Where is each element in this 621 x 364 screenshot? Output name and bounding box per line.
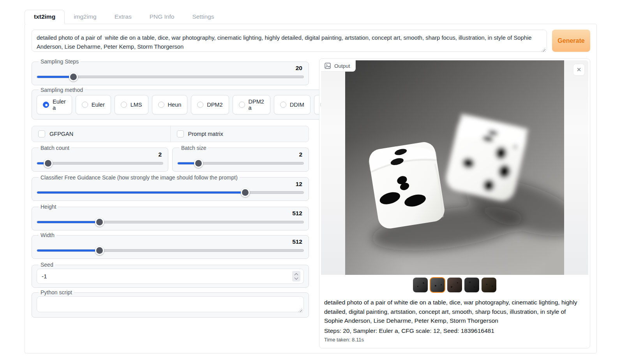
sampler-option-heun[interactable]: Heun [152, 95, 188, 114]
width-value: 512 [37, 238, 302, 245]
cfg-scale-value: 12 [37, 181, 302, 188]
generated-image[interactable] [345, 60, 564, 275]
tab-img2img[interactable]: img2img [65, 10, 106, 24]
sampler-options: Euler aEulerLMSHeunDPM2DPM2 aDDIMPLMS [37, 95, 351, 114]
gallery-thumbnails [321, 275, 588, 294]
sampling-method-group: Sampling method Euler aEulerLMSHeunDPM2D… [32, 87, 356, 120]
radio-icon [197, 102, 203, 108]
generate-button[interactable]: Generate [552, 30, 590, 52]
prompt-matrix-label: Prompt matrix [188, 131, 223, 137]
seed-input[interactable] [37, 269, 304, 284]
batch-size-group: Batch size 2 [172, 145, 309, 172]
sampler-option-label: Heun [168, 102, 182, 108]
txt2img-panel: detailed photo of a pair of white die on… [25, 24, 597, 353]
slider-handle[interactable] [241, 188, 250, 197]
spinner-down-icon[interactable] [295, 276, 298, 280]
gallery-thumbnail-4[interactable] [464, 278, 479, 292]
height-label: Height [39, 204, 58, 210]
sampling-method-label: Sampling method [39, 87, 85, 93]
slider-handle[interactable] [44, 159, 53, 168]
radio-icon [239, 102, 245, 108]
thumbnail-die [421, 280, 427, 286]
tab-txt2img[interactable]: txt2img [25, 10, 65, 24]
gfpgan-label: GFPGAN [49, 131, 73, 137]
cfg-scale-group: Classifier Free Guidance Scale (how stro… [32, 174, 309, 201]
python-script-label: Python script [39, 289, 74, 295]
batch-size-slider[interactable] [177, 158, 304, 168]
prompt-matrix-option[interactable]: Prompt matrix [170, 126, 309, 142]
sampler-option-euler-a[interactable]: Euler a [37, 95, 72, 114]
thumbnail-die [415, 283, 421, 289]
output-time-text: Time taken: 8.11s [324, 337, 585, 343]
gfpgan-checkbox[interactable] [38, 130, 45, 137]
settings-column: Sampling Steps 20 Sampling method Euler … [32, 58, 309, 318]
number-spinner[interactable] [292, 271, 300, 281]
close-button[interactable]: ✕ [573, 64, 584, 75]
cfg-scale-slider[interactable] [37, 188, 304, 197]
gallery-thumbnail-2[interactable] [430, 278, 445, 292]
batch-count-slider[interactable] [37, 158, 163, 168]
seed-group: Seed [32, 262, 309, 288]
thumbnail-die [448, 284, 455, 290]
sampler-option-dpm2-a[interactable]: DPM2 a [233, 95, 270, 114]
options-checkbox-row: GFPGAN Prompt matrix [32, 126, 309, 142]
python-script-group: Python script [32, 289, 309, 318]
gfpgan-option[interactable]: GFPGAN [32, 126, 170, 142]
close-icon: ✕ [577, 66, 582, 73]
seed-label: Seed [39, 262, 55, 268]
height-group: Height 512 [32, 204, 309, 230]
output-image-area: Output ✕ [321, 60, 588, 275]
tab-png-info[interactable]: PNG Info [141, 10, 183, 24]
sampler-option-dpm2[interactable]: DPM2 [191, 95, 229, 114]
radio-icon [43, 102, 49, 108]
image-icon [325, 63, 331, 69]
slider-handle[interactable] [69, 72, 78, 81]
thumbnail-die [455, 280, 461, 286]
width-group: Width 512 [32, 232, 309, 259]
output-info: detailed photo of a pair of white die on… [321, 294, 588, 348]
sampling-steps-slider[interactable] [37, 72, 304, 81]
slider-handle[interactable] [194, 159, 203, 168]
sampler-option-ddim[interactable]: DDIM [274, 95, 310, 114]
width-slider[interactable] [37, 246, 304, 255]
sampler-option-label: LMS [131, 102, 142, 108]
slider-handle[interactable] [95, 218, 104, 227]
gallery-thumbnail-5[interactable] [482, 278, 496, 292]
batch-size-value: 2 [177, 151, 302, 158]
tab-settings[interactable]: Settings [183, 10, 223, 24]
batch-row: Batch count 2 Batch size 2 [32, 145, 309, 172]
radio-icon [121, 102, 127, 108]
height-slider[interactable] [37, 217, 304, 227]
cfg-scale-label: Classifier Free Guidance Scale (how stro… [39, 174, 240, 181]
sampler-option-euler[interactable]: Euler [76, 95, 111, 114]
width-label: Width [39, 232, 56, 238]
sampler-option-label: Euler [92, 102, 105, 108]
python-script-input[interactable] [37, 296, 304, 312]
prompt-input[interactable]: detailed photo of a pair of white die on… [32, 30, 547, 52]
output-params-text: Steps: 20, Sampler: Euler a, CFG scale: … [324, 326, 585, 336]
gallery-thumbnail-1[interactable] [413, 278, 428, 292]
height-value: 512 [37, 210, 302, 217]
sampler-option-lms[interactable]: LMS [115, 95, 148, 114]
output-column: Output ✕ [319, 58, 590, 348]
batch-count-value: 2 [37, 151, 162, 158]
sampling-steps-label: Sampling Steps [39, 58, 81, 65]
prompt-matrix-checkbox[interactable] [177, 130, 184, 137]
tab-extras[interactable]: Extras [106, 10, 141, 24]
app-window: txt2img img2img Extras PNG Info Settings… [25, 10, 597, 353]
sampler-option-label: DPM2 [207, 102, 222, 108]
thumbnail-die [467, 280, 473, 285]
output-prompt-text: detailed photo of a pair of white die on… [324, 298, 585, 325]
radio-icon [158, 102, 164, 108]
gallery-thumbnail-3[interactable] [447, 278, 462, 292]
batch-size-label: Batch size [179, 145, 208, 151]
batch-count-group: Batch count 2 [32, 145, 168, 172]
thumbnail-die [490, 283, 495, 289]
thumbnail-die [432, 283, 439, 289]
thumbnail-die [438, 281, 444, 288]
sampler-option-label: Euler a [53, 98, 66, 111]
main-tabbar: txt2img img2img Extras PNG Info Settings [25, 10, 597, 24]
radio-icon [82, 102, 88, 108]
slider-handle[interactable] [95, 246, 104, 255]
batch-count-label: Batch count [39, 145, 71, 151]
